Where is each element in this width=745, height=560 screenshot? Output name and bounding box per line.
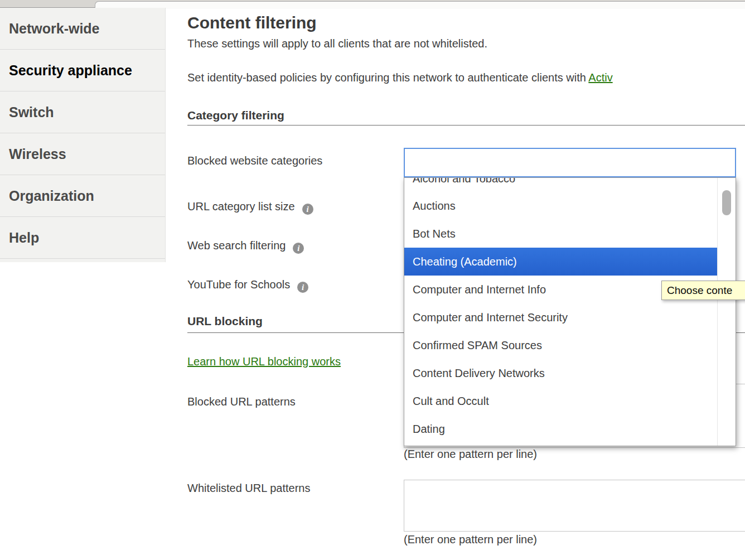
web-search-filtering-label: Web search filtering (187, 239, 286, 252)
info-icon[interactable]: i (302, 204, 313, 215)
sidebar-item-network-wide[interactable]: Network-wide (0, 8, 165, 50)
dropdown-option[interactable]: Confirmed SPAM Sources (404, 331, 718, 359)
dropdown-option[interactable]: Content Delivery Networks (404, 359, 718, 387)
dropdown-option[interactable]: Bot Nets (404, 220, 718, 248)
url-category-list-size-row: URL category list sizei (187, 200, 313, 215)
whitelisted-url-patterns-textarea[interactable] (404, 480, 745, 532)
blocked-website-categories-label: Blocked website categories (187, 155, 322, 167)
url-blocking-heading: URL blocking (187, 315, 263, 328)
sidebar-item-help[interactable]: Help (0, 217, 165, 259)
blocked-pattern-caption: (Enter one pattern per line) (404, 448, 537, 461)
info-icon[interactable]: i (297, 282, 308, 293)
browser-tab[interactable] (95, 1, 745, 9)
blocked-categories-input[interactable] (404, 148, 736, 177)
dropdown-option[interactable]: Auctions (404, 192, 718, 220)
sidebar-item-switch[interactable]: Switch (0, 91, 165, 133)
whitelisted-url-patterns-label: Whitelisted URL patterns (187, 482, 310, 495)
web-search-filtering-row: Web search filteringi (187, 239, 304, 254)
tooltip: Choose conte (661, 281, 745, 300)
youtube-for-schools-label: YouTube for Schools (187, 278, 290, 291)
dropdown-scrollbar-track[interactable] (717, 178, 736, 446)
dropdown-option-clipped[interactable]: Alcohol and Tobacco (404, 178, 718, 192)
active-directory-link[interactable]: Activ (588, 71, 612, 84)
blocked-url-patterns-label: Blocked URL patterns (187, 395, 296, 408)
page-subtitle: These settings will apply to all clients… (187, 37, 487, 50)
dropdown-option-selected[interactable]: Cheating (Academic) (404, 248, 718, 276)
dropdown-option[interactable]: Dating (404, 415, 718, 443)
dropdown-option[interactable]: Computer and Internet Security (404, 303, 718, 331)
info-icon[interactable]: i (293, 243, 304, 254)
category-dropdown-list: Alcohol and Tobacco Auctions Bot Nets Ch… (404, 178, 718, 446)
url-category-list-size-label: URL category list size (187, 200, 295, 213)
category-dropdown: Alcohol and Tobacco Auctions Bot Nets Ch… (404, 177, 736, 446)
dropdown-scrollbar-thumb[interactable] (722, 190, 731, 215)
dropdown-option-label: Alcohol and Tobacco (404, 178, 718, 192)
sidebar-item-security-appliance[interactable]: Security appliance (0, 50, 165, 91)
identity-policy-text: Set identity-based policies by configuri… (187, 71, 588, 84)
sidebar-item-organization[interactable]: Organization (0, 175, 165, 217)
sidebar-nav: Network-wide Security appliance Switch W… (0, 8, 166, 262)
learn-url-blocking-link[interactable]: Learn how URL blocking works (187, 355, 341, 368)
whitelisted-pattern-caption: (Enter one pattern per line) (404, 533, 537, 546)
sidebar-item-wireless[interactable]: Wireless (0, 133, 165, 175)
content-filtering-page: Network-wide Security appliance Switch W… (0, 0, 745, 560)
browser-top-bar (0, 0, 745, 8)
identity-policy-note: Set identity-based policies by configuri… (187, 71, 613, 84)
youtube-for-schools-row: YouTube for Schoolsi (187, 278, 308, 293)
category-filtering-rule (187, 125, 745, 125)
page-title: Content filtering (187, 13, 317, 32)
dropdown-option[interactable]: Cult and Occult (404, 387, 718, 415)
category-filtering-heading: Category filtering (187, 109, 284, 122)
